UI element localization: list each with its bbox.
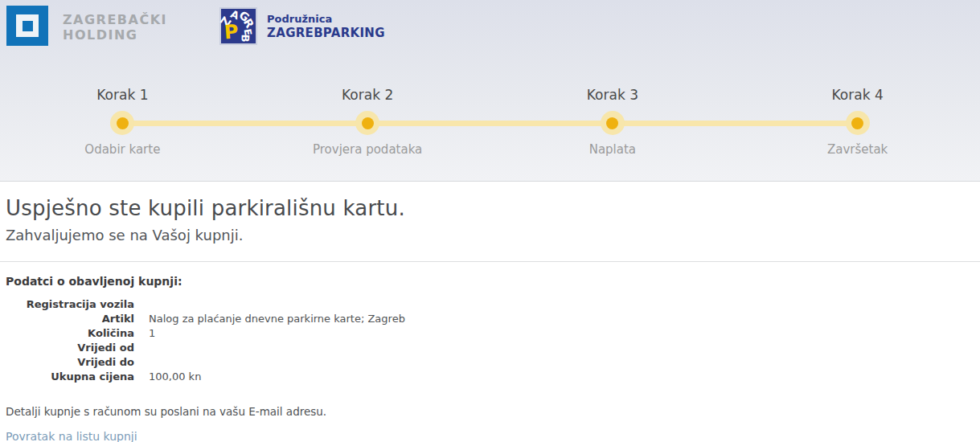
branch-label: Podružnica: [267, 12, 385, 26]
step-subtitle: Završetak: [735, 142, 980, 157]
step-2-provjera-podataka: Korak 2 Provjera podataka: [245, 87, 490, 157]
detail-value: 1: [149, 326, 155, 341]
step-dot: [846, 111, 870, 135]
step-subtitle: Odabir karte: [0, 142, 245, 157]
detail-value: 100,00 kn: [149, 370, 201, 384]
step-1-odabir-karte: Korak 1 Odabir karte: [0, 87, 245, 157]
success-title: Uspješno ste kupili parkirališnu kartu.: [0, 196, 980, 220]
zagrebacki-holding-logo-icon: [6, 6, 48, 46]
detail-label: Vrijedi od: [0, 341, 134, 355]
detail-label: Količina: [0, 326, 134, 341]
step-title: Korak 1: [0, 87, 245, 103]
step-dot: [601, 111, 625, 135]
detail-label: Ukupna cijena: [0, 370, 134, 384]
logo-letter-b: B: [240, 34, 250, 42]
zagrebparking-logo-icon: A G R E B Z P: [219, 7, 257, 45]
step-title: Korak 2: [245, 87, 490, 103]
step-4-zavrsetak: Korak 4 Završetak: [735, 87, 980, 157]
email-confirmation-note: Detalji kupnje s računom su poslani na v…: [0, 405, 980, 418]
detail-row-registracija-vozila: Registracija vozila: [0, 297, 980, 312]
holding-logo-center-square: [23, 21, 33, 31]
progress-steps: Korak 1 Odabir karte Korak 2 Provjera po…: [0, 87, 980, 157]
section-divider: [0, 261, 980, 262]
back-to-purchases-link[interactable]: Povratak na listu kupnji: [6, 430, 137, 442]
header: ZAGREBAČKI HOLDING A G R E B Z P Podružn…: [0, 0, 980, 46]
purchase-details-heading: Podatci o obavljenoj kupnji:: [0, 275, 980, 288]
success-subtitle: Zahvaljujemo se na Vašoj kupnji.: [0, 227, 980, 244]
step-3-naplata: Korak 3 Naplata: [490, 87, 736, 157]
detail-value: Nalog za plaćanje dnevne parkirne karte;…: [149, 312, 405, 326]
detail-label: Registracija vozila: [0, 297, 134, 312]
step-subtitle: Naplata: [490, 142, 736, 157]
branch-name: ZAGREBPARKING: [267, 26, 385, 41]
detail-row-ukupna-cijena: Ukupna cijena 100,00 kn: [0, 370, 980, 384]
purchase-details-list: Registracija vozila Artikl Nalog za plać…: [0, 297, 980, 384]
holding-logo-inner-square: [16, 14, 39, 37]
detail-label: Vrijedi do: [0, 355, 134, 370]
holding-wordmark: ZAGREBAČKI HOLDING: [63, 12, 167, 43]
detail-row-kolicina: Količina 1: [0, 326, 980, 341]
step-title: Korak 3: [490, 87, 736, 103]
top-gradient-section: ZAGREBAČKI HOLDING A G R E B Z P Podružn…: [0, 0, 980, 182]
holding-wordmark-line2: HOLDING: [63, 27, 167, 43]
step-title: Korak 4: [735, 87, 980, 103]
detail-label: Artikl: [0, 312, 134, 326]
main-content: Uspješno ste kupili parkirališnu kartu. …: [0, 196, 980, 442]
step-dot: [355, 111, 379, 135]
detail-row-vrijedi-do: Vrijedi do: [0, 355, 980, 370]
holding-wordmark-line1: ZAGREBAČKI: [63, 12, 167, 27]
logo-letter-p: P: [223, 22, 239, 42]
detail-row-vrijedi-od: Vrijedi od: [0, 341, 980, 355]
branch-wordmark: Podružnica ZAGREBPARKING: [267, 12, 385, 41]
step-subtitle: Provjera podataka: [245, 142, 490, 157]
step-dot: [110, 111, 134, 135]
detail-row-artikl: Artikl Nalog za plaćanje dnevne parkirne…: [0, 312, 980, 326]
